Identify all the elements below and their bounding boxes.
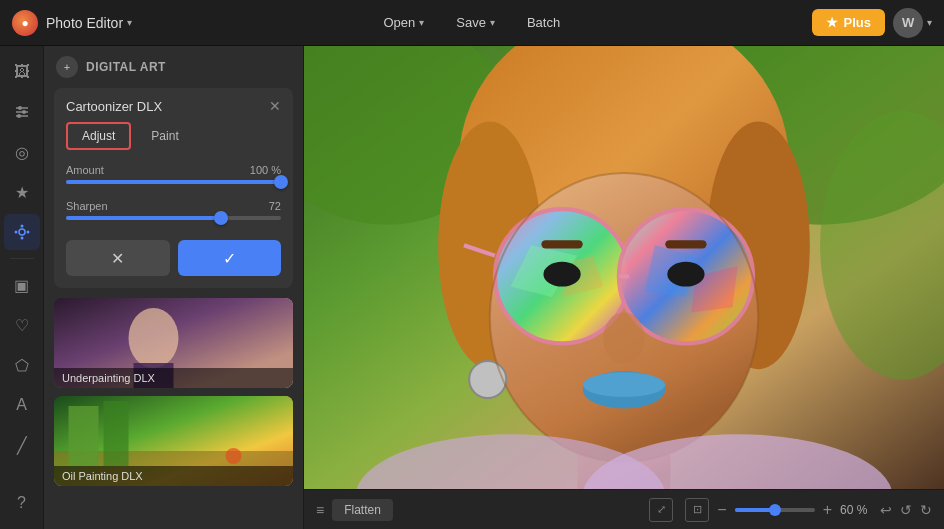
zoom-in-button[interactable]: + [823, 501, 832, 519]
redo-button[interactable]: ↻ [920, 502, 932, 518]
plus-button[interactable]: ★ Plus [812, 9, 885, 36]
svg-point-8 [20, 237, 23, 240]
separator-1 [10, 258, 34, 259]
bottombar: ≡ Flatten ⤢ ⊡ − + 60 % ↩ ↺ ↻ [304, 489, 944, 529]
svg-point-43 [667, 262, 704, 287]
amount-value: 100 % [250, 164, 281, 176]
sharpen-slider[interactable] [66, 216, 281, 220]
sidebar-item-shape[interactable]: ⬠ [4, 347, 40, 383]
batch-label: Batch [527, 15, 560, 30]
svg-point-3 [18, 106, 22, 110]
svg-rect-44 [541, 240, 582, 248]
tab-adjust[interactable]: Adjust [66, 122, 131, 150]
cartoonizer-title: Cartoonizer DLX [66, 99, 162, 114]
zoom-slider[interactable] [735, 508, 815, 512]
amount-slider[interactable] [66, 180, 281, 184]
sidebar-item-star[interactable]: ★ [4, 174, 40, 210]
layers-icon[interactable]: ≡ [316, 502, 324, 518]
sidebar-item-eye[interactable]: ◎ [4, 134, 40, 170]
presets-list: Underpainting DLX [44, 298, 303, 529]
save-label: Save [456, 15, 486, 30]
preset-oilpainting[interactable]: Oil Painting DLX [54, 396, 293, 486]
svg-point-7 [20, 225, 23, 228]
cartoonizer-card: Cartoonizer DLX ✕ Adjust Paint Amount 10… [54, 88, 293, 288]
svg-point-4 [22, 110, 26, 114]
svg-point-12 [129, 308, 179, 368]
svg-rect-45 [665, 240, 706, 248]
topbar: ● Photo Editor ▾ Open ▾ Save ▾ Batch ★ P… [0, 0, 944, 46]
open-chevron: ▾ [419, 17, 424, 28]
panel-header: + DIGITAL ART [44, 46, 303, 88]
cancel-button[interactable]: ✕ [66, 240, 170, 276]
user-menu[interactable]: W ▾ [893, 8, 932, 38]
panel-back-button[interactable]: + [56, 56, 78, 78]
zoom-controls: − + 60 % [717, 501, 872, 519]
main-area: 🖼 ◎ ★ ▣ ♡ ⬠ A ╱ ? + DIGITAL ART Cartooni… [0, 46, 944, 529]
crop-button[interactable]: ⊡ [685, 498, 709, 522]
zoom-out-button[interactable]: − [717, 501, 726, 519]
app-logo: ● [12, 10, 38, 36]
app-name-label: Photo Editor [46, 15, 123, 31]
svg-rect-16 [69, 406, 99, 466]
expand-button[interactable]: ⤢ [649, 498, 673, 522]
tab-paint[interactable]: Paint [137, 122, 192, 150]
svg-point-6 [19, 229, 25, 235]
cartoonizer-tabs: Adjust Paint [54, 122, 293, 160]
sidebar-item-layers[interactable]: ▣ [4, 267, 40, 303]
flatten-button[interactable]: Flatten [332, 499, 393, 521]
amount-label: Amount [66, 164, 104, 176]
svg-point-42 [543, 262, 580, 287]
star-icon: ★ [826, 15, 838, 30]
svg-point-9 [14, 231, 17, 234]
sidebar-item-text[interactable]: A [4, 387, 40, 423]
svg-point-38 [603, 312, 644, 364]
svg-rect-17 [104, 401, 129, 466]
panel-section-title: DIGITAL ART [86, 60, 291, 74]
action-buttons: ✕ ✓ [54, 232, 293, 288]
sidebar-item-digitalart[interactable] [4, 214, 40, 250]
preset-underpainting[interactable]: Underpainting DLX [54, 298, 293, 388]
sharpen-label: Sharpen [66, 200, 108, 212]
svg-point-41 [469, 361, 506, 398]
sharpen-value: 72 [269, 200, 281, 212]
sidebar-item-help[interactable]: ? [4, 485, 40, 521]
rotate-left-button[interactable]: ↩ [880, 502, 892, 518]
open-button[interactable]: Open ▾ [371, 9, 436, 36]
save-button[interactable]: Save ▾ [444, 9, 507, 36]
svg-point-10 [26, 231, 29, 234]
plus-label: Plus [844, 15, 871, 30]
user-avatar: W [893, 8, 923, 38]
preset-underpainting-label: Underpainting DLX [54, 368, 293, 388]
amount-slider-row: Amount 100 % [54, 160, 293, 196]
cartoonizer-header: Cartoonizer DLX ✕ [54, 88, 293, 122]
app-name-button[interactable]: Photo Editor ▾ [46, 15, 132, 31]
svg-point-5 [17, 114, 21, 118]
sidebar-item-heart[interactable]: ♡ [4, 307, 40, 343]
sidebar-item-brush[interactable]: ╱ [4, 427, 40, 463]
canvas-wrapper [304, 46, 944, 489]
confirm-button[interactable]: ✓ [178, 240, 282, 276]
preset-oilpainting-label: Oil Painting DLX [54, 466, 293, 486]
svg-point-18 [226, 448, 242, 464]
iconbar: 🖼 ◎ ★ ▣ ♡ ⬠ A ╱ ? [0, 46, 44, 529]
sidebar-item-adjust[interactable] [4, 94, 40, 130]
open-label: Open [383, 15, 415, 30]
canvas-area: ≡ Flatten ⤢ ⊡ − + 60 % ↩ ↺ ↻ [304, 46, 944, 529]
canvas-image [304, 46, 944, 489]
save-chevron: ▾ [490, 17, 495, 28]
zoom-value: 60 % [840, 503, 872, 517]
sidebar-item-image[interactable]: 🖼 [4, 54, 40, 90]
user-chevron: ▾ [927, 17, 932, 28]
undo-button[interactable]: ↺ [900, 502, 912, 518]
cartoonizer-close-button[interactable]: ✕ [269, 98, 281, 114]
app-name-chevron: ▾ [127, 17, 132, 28]
svg-point-40 [583, 372, 666, 397]
left-panel: + DIGITAL ART Cartoonizer DLX ✕ Adjust P… [44, 46, 304, 529]
sharpen-slider-row: Sharpen 72 [54, 196, 293, 232]
batch-button[interactable]: Batch [515, 9, 572, 36]
